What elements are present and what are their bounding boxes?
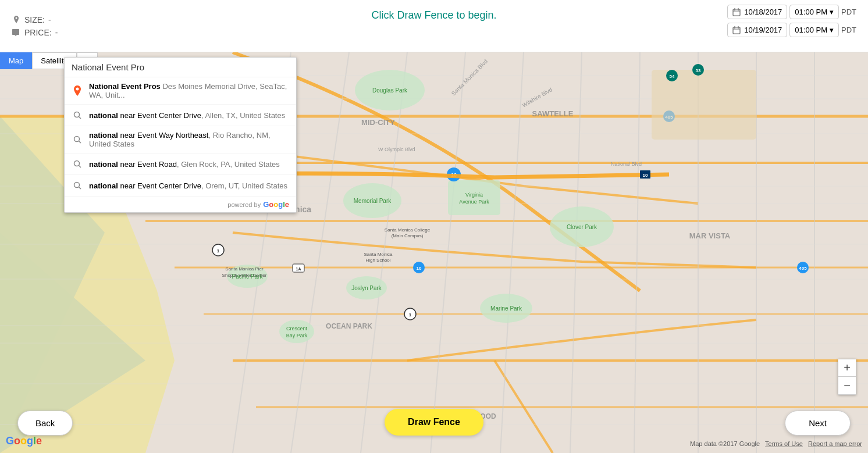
size-label: SIZE: (24, 15, 45, 24)
powered-by-text: powered by (227, 201, 261, 208)
search-container: National Event Pros Des Moines Memorial … (64, 57, 297, 213)
time-box-2[interactable]: 01:00 PM ▾ (789, 23, 839, 37)
svg-text:Avenue Park: Avenue Park (459, 199, 489, 205)
svg-point-96 (76, 88, 79, 91)
svg-text:(Main Campus): (Main Campus) (392, 233, 424, 238)
svg-text:Santa Monica Pier: Santa Monica Pier (225, 266, 264, 272)
time-value-2: 01:00 PM (795, 26, 827, 34)
svg-point-103 (74, 183, 80, 188)
svg-text:10: 10 (417, 266, 422, 271)
price-info: PRICE: - (12, 28, 69, 37)
svg-text:Joslyn Park: Joslyn Park (351, 285, 382, 291)
svg-point-87 (16, 17, 17, 19)
map-tab-map[interactable]: Map (0, 52, 32, 69)
autocomplete-item-4[interactable]: national near Event Center Drive, Orem, … (65, 175, 296, 197)
search-icon-1 (72, 109, 83, 121)
svg-text:405: 405 (799, 266, 807, 271)
svg-text:1A: 1A (296, 267, 301, 271)
report-link[interactable]: Report a map error (808, 440, 862, 447)
svg-point-97 (74, 112, 80, 117)
autocomplete-item-0[interactable]: National Event Pros Des Moines Memorial … (65, 77, 296, 105)
calendar-icon-2 (732, 26, 741, 34)
zoom-controls: + − (838, 359, 856, 395)
tz-label-2: PDT (841, 26, 856, 34)
date-value-2: 10/19/2017 (744, 26, 782, 34)
google-logo-powered: Google (263, 200, 289, 209)
draw-prompt: Click Draw Fence to begin. (371, 9, 496, 22)
svg-rect-82 (652, 70, 756, 140)
svg-line-100 (79, 141, 81, 144)
svg-text:Crescent: Crescent (286, 326, 308, 331)
back-button[interactable]: Back (17, 411, 73, 436)
svg-text:Santa Monica College: Santa Monica College (385, 227, 431, 233)
time-dropdown-arrow-1: ▾ (830, 8, 834, 16)
size-icon (12, 15, 21, 24)
google-logo: Google (6, 435, 42, 447)
svg-rect-36 (448, 180, 500, 215)
svg-text:Marine Park: Marine Park (490, 305, 522, 312)
svg-text:W Olympic Blvd: W Olympic Blvd (378, 147, 415, 152)
zoom-in-button[interactable]: + (838, 359, 856, 377)
time-value-1: 01:00 PM (795, 8, 827, 16)
time-box-1[interactable]: 01:00 PM ▾ (789, 5, 839, 19)
calendar-icon-1 (732, 8, 741, 16)
date-value-1: 10/18/2017 (744, 8, 782, 16)
autocomplete-text-2: national near Event Way Northeast, Rio R… (89, 131, 289, 148)
svg-rect-92 (733, 27, 740, 34)
place-icon-0 (72, 85, 83, 97)
date-box-2[interactable]: 10/19/2017 (727, 23, 787, 37)
autocomplete-text-4: national near Event Center Drive, Orem, … (89, 181, 289, 190)
autocomplete-text-0: National Event Pros Des Moines Memorial … (89, 82, 289, 99)
draw-fence-button[interactable]: Draw Fence (385, 409, 483, 436)
autocomplete-text-3: national near Event Road, Glen Rock, PA,… (89, 160, 289, 169)
map-data-text: Map data ©2017 Google (690, 440, 760, 447)
size-info: SIZE: - (12, 15, 51, 24)
svg-point-47 (279, 320, 314, 343)
svg-text:Virginia: Virginia (465, 192, 483, 198)
autocomplete-item-3[interactable]: national near Event Road, Glen Rock, PA,… (65, 154, 296, 175)
datetime-row-2: 10/19/2017 01:00 PM ▾ PDT (727, 23, 856, 37)
tz-label-1: PDT (841, 8, 856, 16)
svg-text:1: 1 (217, 248, 220, 254)
search-icon-2 (72, 134, 83, 145)
search-icon-4 (72, 180, 83, 191)
svg-text:53: 53 (696, 68, 701, 73)
datetime-controls: 10/18/2017 01:00 PM ▾ PDT 10/19/2017 01:… (727, 5, 856, 37)
top-bar: SIZE: - PRICE: - Click Draw Fence to beg… (0, 0, 868, 52)
powered-by: powered by Google (65, 197, 296, 212)
datetime-row-1: 10/18/2017 01:00 PM ▾ PDT (727, 5, 856, 19)
svg-text:54: 54 (670, 74, 675, 79)
svg-text:1: 1 (409, 312, 412, 318)
svg-point-99 (74, 137, 80, 142)
map-attribution: Map data ©2017 Google Terms of Use Repor… (690, 440, 862, 447)
svg-text:Santa Monica: Santa Monica (364, 252, 393, 257)
svg-text:MID-CITY: MID-CITY (361, 118, 395, 127)
price-value: - (55, 28, 58, 37)
svg-line-98 (79, 117, 81, 119)
autocomplete-item-1[interactable]: national near Event Center Drive, Allen,… (65, 105, 296, 126)
svg-text:10: 10 (643, 173, 648, 178)
date-box-1[interactable]: 10/18/2017 (727, 5, 787, 19)
price-icon (12, 28, 21, 37)
svg-text:MAR VISTA: MAR VISTA (689, 231, 731, 240)
svg-text:National Blvd: National Blvd (611, 161, 642, 167)
terms-link[interactable]: Terms of Use (765, 440, 803, 447)
svg-text:OCEAN PARK: OCEAN PARK (326, 322, 372, 330)
svg-line-104 (79, 187, 81, 190)
autocomplete-item-2[interactable]: national near Event Way Northeast, Rio R… (65, 126, 296, 154)
size-value: - (48, 15, 51, 24)
svg-text:SAWTELLE: SAWTELLE (532, 109, 574, 118)
svg-text:Bay Park: Bay Park (286, 333, 308, 338)
search-input[interactable] (72, 62, 289, 72)
next-button[interactable]: Next (785, 411, 851, 436)
left-labels: SIZE: - PRICE: - (12, 15, 69, 37)
price-label: PRICE: (24, 28, 52, 37)
svg-text:Clover Park: Clover Park (567, 224, 597, 230)
search-icon-3 (72, 158, 83, 170)
svg-line-102 (79, 166, 81, 168)
zoom-out-button[interactable]: − (838, 377, 856, 394)
svg-rect-88 (733, 9, 740, 16)
search-input-box (65, 58, 296, 77)
svg-text:High School: High School (365, 258, 390, 263)
svg-text:Douglas Park: Douglas Park (372, 87, 408, 94)
